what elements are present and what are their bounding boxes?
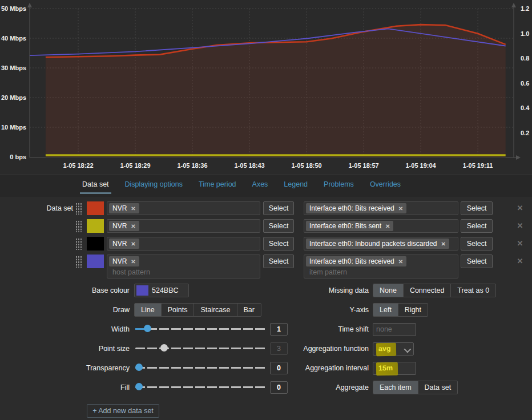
config-tabbar: Data set Displaying options Time period … [0, 175, 532, 197]
svg-text:0.6: 0.6 [521, 80, 529, 87]
time-shift-placeholder: none [376, 325, 392, 333]
host-select-button[interactable]: Select [263, 255, 294, 268]
tag-close-icon[interactable]: ✕ [385, 223, 390, 229]
y-axis-option-left[interactable]: Left [373, 304, 398, 316]
item-pattern-input[interactable]: Interface eth0: Bits received✕ item patt… [304, 255, 458, 278]
svg-text:1-05 18:43: 1-05 18:43 [234, 162, 264, 169]
color-swatch[interactable] [87, 237, 104, 251]
svg-text:50 Mbps: 50 Mbps [1, 5, 26, 12]
host-tag: NVR✕ [109, 239, 139, 249]
remove-data-set-icon[interactable]: ✕ [515, 257, 525, 265]
host-pattern-input[interactable]: NVR✕ [107, 237, 260, 251]
y-axis-segmented: Left Right [373, 303, 428, 317]
tag-close-icon[interactable]: ✕ [441, 241, 445, 247]
host-pattern-input[interactable]: NVR✕ [107, 219, 260, 233]
aggregation-function-label: Aggregation function [0, 342, 369, 356]
item-tag: Interface eth0: Inbound packets discarde… [306, 239, 449, 249]
add-data-set-button[interactable]: + Add new data set [87, 404, 159, 418]
tab-problems[interactable]: Problems [321, 175, 356, 194]
tag-close-icon[interactable]: ✕ [398, 205, 403, 212]
missing-data-segmented: None Connected Treat as 0 [373, 284, 496, 297]
item-select-button[interactable]: Select [461, 237, 493, 251]
host-select-button[interactable]: Select [263, 219, 294, 233]
svg-text:1.0: 1.0 [521, 30, 529, 37]
svg-text:0.4: 0.4 [521, 104, 530, 111]
svg-text:1-05 18:57: 1-05 18:57 [348, 162, 378, 169]
svg-text:10 Mbps: 10 Mbps [1, 124, 26, 131]
svg-text:1-05 19:11: 1-05 19:11 [463, 162, 493, 169]
aggregate-label: Aggregate [0, 381, 369, 394]
tab-data-set[interactable]: Data set [80, 175, 111, 194]
drag-handle-icon[interactable] [75, 220, 82, 232]
remove-data-set-icon[interactable]: ✕ [515, 204, 525, 212]
svg-text:0.8: 0.8 [521, 55, 529, 62]
missing-data-label: Missing data [0, 284, 369, 297]
host-pattern-input[interactable]: NVR✕ host pattern [107, 255, 260, 278]
aggregate-option-data-set[interactable]: Data set [418, 381, 458, 394]
color-swatch[interactable] [87, 201, 104, 215]
graph-preview: 50 Mbps40 Mbps30 Mbps20 Mbps10 Mbps0 bps… [0, 0, 532, 175]
host-tag: NVR✕ [109, 256, 139, 266]
aggregation-function-select[interactable]: avg [373, 342, 414, 356]
host-tag: NVR✕ [109, 203, 139, 213]
drag-handle-icon[interactable] [75, 256, 82, 268]
chevron-down-icon [404, 346, 412, 353]
aggregate-option-each-item[interactable]: Each item [373, 381, 418, 394]
remove-data-set-icon[interactable]: ✕ [515, 239, 525, 248]
color-swatch[interactable] [87, 219, 104, 233]
host-pattern-input[interactable]: NVR✕ [107, 201, 260, 215]
tag-close-icon[interactable]: ✕ [398, 259, 403, 265]
time-shift-label: Time shift [0, 322, 369, 336]
tag-close-icon[interactable]: ✕ [131, 241, 135, 247]
tag-close-icon[interactable]: ✕ [131, 259, 135, 265]
drag-handle-icon[interactable] [75, 238, 82, 250]
tag-close-icon[interactable]: ✕ [131, 205, 135, 212]
aggregation-function-value: avg [376, 343, 396, 357]
tag-close-icon[interactable]: ✕ [131, 223, 135, 229]
graph-widget-configuration: 50 Mbps40 Mbps30 Mbps20 Mbps10 Mbps0 bps… [0, 0, 532, 420]
color-swatch[interactable] [87, 255, 104, 268]
host-select-button[interactable]: Select [263, 237, 294, 251]
svg-text:1-05 18:29: 1-05 18:29 [120, 162, 150, 169]
item-tag: Interface eth0: Bits sent✕ [306, 221, 393, 231]
aggregation-interval-input[interactable]: 15m [373, 362, 416, 375]
svg-text:0 bps: 0 bps [10, 154, 26, 160]
svg-text:40 Mbps: 40 Mbps [1, 35, 26, 42]
missing-data-option-treat-as-0[interactable]: Treat as 0 [451, 284, 495, 297]
item-select-button[interactable]: Select [461, 255, 493, 268]
remove-data-set-icon[interactable]: ✕ [515, 221, 525, 230]
item-pattern-input[interactable]: Interface eth0: Bits sent✕ [304, 219, 458, 233]
svg-text:0.2: 0.2 [521, 130, 529, 136]
y-axis-label: Y-axis [0, 303, 369, 317]
missing-data-option-connected[interactable]: Connected [404, 284, 451, 297]
host-tag: NVR✕ [109, 221, 139, 231]
item-pattern-placeholder: item pattern [309, 268, 347, 276]
time-shift-input[interactable]: none [373, 323, 416, 336]
tab-time-period[interactable]: Time period [196, 175, 239, 194]
drag-handle-icon[interactable] [75, 203, 82, 215]
item-pattern-input[interactable]: Interface eth0: Inbound packets discarde… [304, 237, 458, 251]
item-tag: Interface eth0: Bits received✕ [306, 256, 406, 266]
tab-overrides[interactable]: Overrides [368, 175, 403, 194]
aggregation-interval-label: Aggregation interval [0, 361, 369, 375]
aggregate-segmented: Each item Data set [373, 381, 458, 394]
missing-data-option-none[interactable]: None [373, 284, 404, 297]
data-set-form: Data set NVR✕ Select Interface eth0: Bit… [0, 197, 532, 420]
svg-text:1-05 19:04: 1-05 19:04 [405, 162, 436, 169]
svg-text:30 Mbps: 30 Mbps [1, 64, 26, 71]
item-select-button[interactable]: Select [461, 201, 493, 215]
y-axis-option-right[interactable]: Right [398, 304, 428, 316]
tab-legend[interactable]: Legend [281, 175, 310, 194]
item-pattern-input[interactable]: Interface eth0: Bits received✕ [304, 201, 458, 215]
host-pattern-placeholder: host pattern [112, 268, 150, 276]
svg-text:1.2: 1.2 [521, 5, 529, 12]
item-select-button[interactable]: Select [461, 219, 493, 233]
svg-text:1-05 18:22: 1-05 18:22 [63, 162, 93, 169]
svg-text:20 Mbps: 20 Mbps [1, 94, 26, 101]
tab-axes[interactable]: Axes [250, 175, 271, 194]
data-set-label: Data set [0, 201, 73, 215]
host-select-button[interactable]: Select [263, 201, 294, 215]
traffic-chart: 50 Mbps40 Mbps30 Mbps20 Mbps10 Mbps0 bps… [0, 0, 532, 175]
tab-displaying-options[interactable]: Displaying options [123, 175, 185, 194]
item-tag: Interface eth0: Bits received✕ [306, 203, 406, 213]
